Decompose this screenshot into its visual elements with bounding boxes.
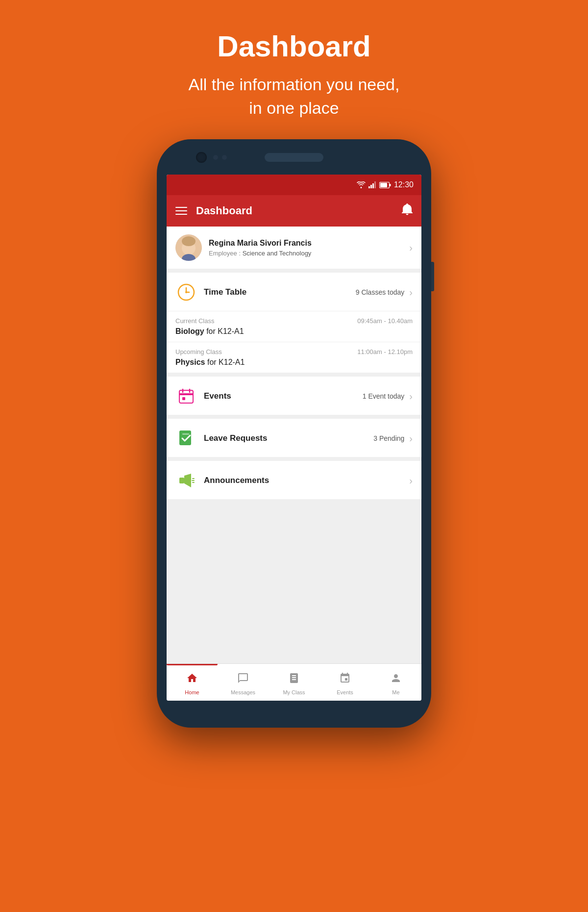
svg-rect-16 bbox=[179, 390, 193, 403]
phone-screen: 12:30 Dashboard bbox=[167, 175, 421, 701]
svg-rect-2 bbox=[372, 183, 374, 188]
announcements-icon bbox=[175, 470, 197, 491]
leave-card[interactable]: Leave Requests 3 Pending › bbox=[167, 419, 421, 457]
svg-rect-0 bbox=[368, 186, 370, 188]
app-bar: Dashboard bbox=[167, 195, 421, 227]
home-icon bbox=[186, 672, 198, 687]
messages-icon bbox=[237, 672, 249, 687]
nav-me-label: Me bbox=[392, 689, 399, 695]
app-bar-title: Dashboard bbox=[196, 204, 402, 217]
events-title: Events bbox=[204, 391, 363, 401]
battery-icon bbox=[379, 182, 391, 188]
nav-events-label: Events bbox=[337, 689, 353, 695]
svg-marker-24 bbox=[184, 474, 191, 487]
signal-icon bbox=[368, 181, 376, 188]
timetable-badge: 9 Classes today bbox=[356, 288, 405, 296]
events-badge: 1 Event today bbox=[363, 392, 405, 400]
current-class-time: 09:45am - 10.40am bbox=[357, 317, 413, 325]
timetable-card[interactable]: Time Table 9 Classes today › Current Cla… bbox=[167, 273, 421, 373]
current-class-label: Current Class bbox=[175, 317, 214, 325]
user-card-chevron: › bbox=[409, 242, 413, 253]
hamburger-button[interactable] bbox=[175, 207, 187, 215]
leave-badge: 3 Pending bbox=[373, 434, 404, 442]
content-area: Regina Maria Sivori Francis Employee : S… bbox=[167, 227, 421, 663]
events-card[interactable]: Events 1 Event today › bbox=[167, 377, 421, 415]
events-chevron: › bbox=[409, 391, 413, 402]
user-role: Employee : Science and Technology bbox=[209, 250, 409, 257]
leave-chevron: › bbox=[409, 433, 413, 444]
svg-rect-17 bbox=[179, 393, 193, 395]
page-subtitle: All the information you need, in one pla… bbox=[189, 73, 400, 120]
nav-myclass[interactable]: My Class bbox=[269, 669, 319, 695]
nav-home-label: Home bbox=[185, 689, 199, 695]
svg-rect-22 bbox=[182, 433, 189, 435]
nav-events-icon bbox=[339, 672, 351, 687]
upcoming-class-item: Upcoming Class 11:00am - 12.10pm Physics… bbox=[167, 342, 421, 373]
user-name: Regina Maria Sivori Francis bbox=[209, 239, 409, 248]
announcements-card[interactable]: Announcements › bbox=[167, 461, 421, 499]
svg-point-10 bbox=[182, 238, 195, 246]
myclass-icon bbox=[288, 672, 300, 687]
notification-button[interactable] bbox=[402, 203, 413, 218]
nav-messages[interactable]: Messages bbox=[218, 669, 269, 695]
clock-icon bbox=[175, 281, 197, 303]
status-bar: 12:30 bbox=[167, 175, 421, 195]
svg-rect-5 bbox=[380, 183, 387, 187]
nav-me[interactable]: Me bbox=[370, 669, 421, 695]
current-class-name: Biology for K12-A1 bbox=[175, 327, 413, 336]
svg-rect-20 bbox=[182, 397, 185, 400]
upcoming-class-label: Upcoming Class bbox=[175, 348, 222, 355]
bottom-nav: Home Messages My Class bbox=[167, 663, 421, 701]
page-header: Dashboard All the information you need, … bbox=[189, 0, 400, 139]
events-icon bbox=[175, 385, 197, 407]
leave-title: Leave Requests bbox=[204, 433, 373, 443]
nav-events[interactable]: Events bbox=[319, 669, 370, 695]
svg-rect-21 bbox=[179, 431, 191, 445]
svg-rect-3 bbox=[374, 181, 376, 188]
wifi-icon bbox=[357, 181, 366, 188]
timetable-title: Time Table bbox=[204, 287, 356, 297]
page-title: Dashboard bbox=[189, 29, 400, 63]
avatar bbox=[175, 234, 202, 261]
upcoming-class-time: 11:00am - 12.10pm bbox=[357, 348, 413, 355]
announcements-chevron: › bbox=[409, 475, 413, 486]
nav-active-indicator bbox=[167, 664, 218, 665]
status-time: 12:30 bbox=[394, 180, 414, 189]
upcoming-class-name: Physics for K12-A1 bbox=[175, 358, 413, 367]
nav-myclass-label: My Class bbox=[283, 689, 305, 695]
svg-rect-1 bbox=[370, 185, 372, 188]
svg-rect-6 bbox=[390, 184, 391, 186]
user-info: Regina Maria Sivori Francis Employee : S… bbox=[209, 239, 409, 257]
leave-icon bbox=[175, 428, 197, 449]
svg-rect-23 bbox=[179, 478, 184, 483]
nav-messages-label: Messages bbox=[231, 689, 255, 695]
announcements-title: Announcements bbox=[204, 476, 404, 485]
current-class-item: Current Class 09:45am - 10.40am Biology … bbox=[167, 311, 421, 342]
timetable-chevron: › bbox=[409, 287, 413, 298]
phone-frame: 12:30 Dashboard bbox=[157, 139, 431, 728]
user-profile-card[interactable]: Regina Maria Sivori Francis Employee : S… bbox=[167, 227, 421, 269]
me-icon bbox=[390, 672, 402, 687]
nav-home[interactable]: Home bbox=[167, 669, 218, 695]
